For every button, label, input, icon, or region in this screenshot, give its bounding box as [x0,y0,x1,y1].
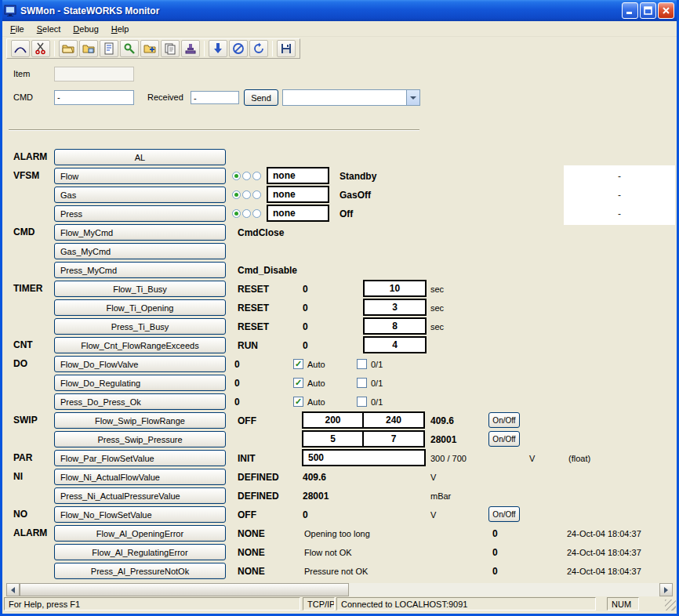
alarm-object-button[interactable]: Flow_Al_RegulatingError [54,544,226,560]
auto-checkbox[interactable]: ✓ [293,397,303,407]
toolbar-button-refresh[interactable] [249,40,268,57]
swip-high-input[interactable]: 7 [362,430,425,448]
vfsm-object-button[interactable]: Gas [54,187,226,203]
radio-button[interactable] [232,190,241,199]
do-object-button[interactable]: Press_Do_Press_Ok [54,393,226,410]
swip-object-button[interactable]: Press_Swip_Pressure [54,431,226,448]
bit-checkbox[interactable] [357,378,367,388]
scrollbar-track[interactable] [20,583,659,596]
toolbar-button-save[interactable] [277,40,296,57]
maximize-button[interactable] [640,2,656,19]
swip-low-input[interactable]: 5 [302,430,364,448]
swip-onoff-button[interactable]: On/Off [488,431,520,447]
radio-button[interactable] [242,209,251,218]
alarm-status: NONE [238,528,265,539]
timer-preset-input[interactable]: 8 [363,317,427,335]
swip-object-button[interactable]: Flow_Swip_FlowRange [54,412,226,429]
swip-row: Press_Swip_Pressure 5 7 28001 On/Off [2,430,677,449]
alarm-object-button[interactable]: Press_Al_PressureNotOk [54,563,226,579]
toolbar-button-binary-file[interactable] [100,40,118,57]
timer-object-button[interactable]: Flow_Ti_Busy [54,281,226,297]
auto-checkbox[interactable]: ✓ [293,378,303,388]
scroll-left-button[interactable] [6,583,20,596]
timer-object-button[interactable]: Press_Ti_Busy [54,318,226,335]
window-title: SWMon - StateWORKS Monitor [20,5,622,16]
horizontal-scrollbar[interactable] [6,583,673,596]
timer-preset-input[interactable]: 3 [363,299,427,316]
radio-button[interactable] [242,172,251,180]
toolbar-button-documents[interactable] [161,40,180,57]
toolbar-button-open-folder[interactable] [59,40,78,57]
timer-unit: sec [430,303,444,313]
counter-object-button[interactable]: Flow_Cnt_FlowRangeExceeds [54,337,226,353]
alarm-status: NONE [238,547,265,558]
vfsm-output-value: - [564,208,675,219]
timer-preset-input[interactable]: 10 [363,280,427,297]
ni-object-button[interactable]: Press_Ni_ActualPressureValue [54,487,226,504]
close-button[interactable] [658,2,674,19]
do-object-button[interactable]: Flow_Do_FlowValve [54,356,226,372]
vfsm-state: GasOff [340,190,371,201]
radio-button[interactable] [252,172,261,180]
cmd-object-button[interactable]: Gas_MyCmd [54,243,226,259]
cmd-label: CMD [13,92,33,102]
menu-select[interactable]: Select [31,22,67,36]
alarm-count: 0 [492,528,498,539]
cmd-object-button[interactable]: Flow_MyCmd [54,224,226,241]
toolbar-button-object-tools[interactable] [120,40,139,57]
bit-checkbox[interactable] [357,397,367,407]
vfsm-object-button[interactable]: Press [54,205,226,222]
toolbar-separator [54,41,55,56]
radio-button[interactable] [242,190,251,199]
no-onoff-button[interactable]: On/Off [488,506,520,522]
par-range: 300 / 700 [430,454,467,463]
titlebar[interactable]: SWMon - StateWORKS Monitor [0,0,679,21]
bit-checkbox[interactable] [357,359,367,369]
resize-grip[interactable] [665,600,676,611]
timer-object-button[interactable]: Flow_Ti_Opening [54,299,226,316]
menu-file[interactable]: File [4,22,31,36]
vfsm-output-value: - [564,171,675,182]
minimize-button[interactable] [622,2,638,19]
ni-object-button[interactable]: Flow_Ni_ActualFlowValue [54,469,226,485]
alarm-object-button[interactable]: Flow_Al_OpeningError [54,525,226,542]
menu-debug[interactable]: Debug [67,22,104,36]
toolbar-button-stamp[interactable] [181,40,200,57]
combobox-dropdown-button[interactable] [406,90,419,105]
statusbar-help: For Help, press F1 [4,597,300,611]
command-combobox[interactable] [282,89,420,106]
vfsm-command-field[interactable]: none [267,167,329,184]
item-input[interactable] [54,67,134,82]
toolbar-button-cut[interactable] [31,40,50,57]
swip-onoff-button[interactable]: On/Off [488,412,520,428]
do-object-button[interactable]: Flow_Do_Regulating [54,375,226,391]
counter-preset-input[interactable]: 4 [363,336,427,353]
send-button[interactable]: Send [244,89,278,106]
menu-help[interactable]: Help [105,22,136,36]
swip-low-input[interactable]: 200 [302,411,364,429]
swip-high-input[interactable]: 240 [362,411,425,429]
counter-action: RUN [238,340,258,351]
vfsm-command-field[interactable]: none [267,205,329,222]
alarm-master-button[interactable]: AL [54,149,226,165]
cmd-input[interactable]: - [54,90,134,105]
right-arrow-icon [664,587,668,593]
vfsm-object-button[interactable]: Flow [54,168,226,184]
radio-button[interactable] [232,172,241,180]
toolbar-button-disconnect[interactable] [229,40,248,57]
no-object-button[interactable]: Flow_No_FlowSetValue [54,506,226,523]
radio-button[interactable] [252,190,261,199]
toolbar-button-folder-view[interactable] [79,40,98,57]
scroll-right-button[interactable] [659,583,673,596]
toolbar-button-folder-add[interactable] [140,40,159,57]
par-object-button[interactable]: Flow_Par_FlowSetValue [54,450,226,466]
auto-checkbox[interactable]: ✓ [293,359,303,369]
cmd-object-button[interactable]: Press_MyCmd [54,262,226,278]
toolbar-button-download[interactable] [209,40,227,57]
radio-button[interactable] [252,209,261,218]
vfsm-command-field[interactable]: none [267,186,329,203]
radio-button[interactable] [232,209,241,218]
par-value-input[interactable]: 500 [302,449,426,466]
toolbar-button-curve-tool[interactable] [11,40,30,57]
scrollbar-thumb[interactable] [20,583,349,596]
